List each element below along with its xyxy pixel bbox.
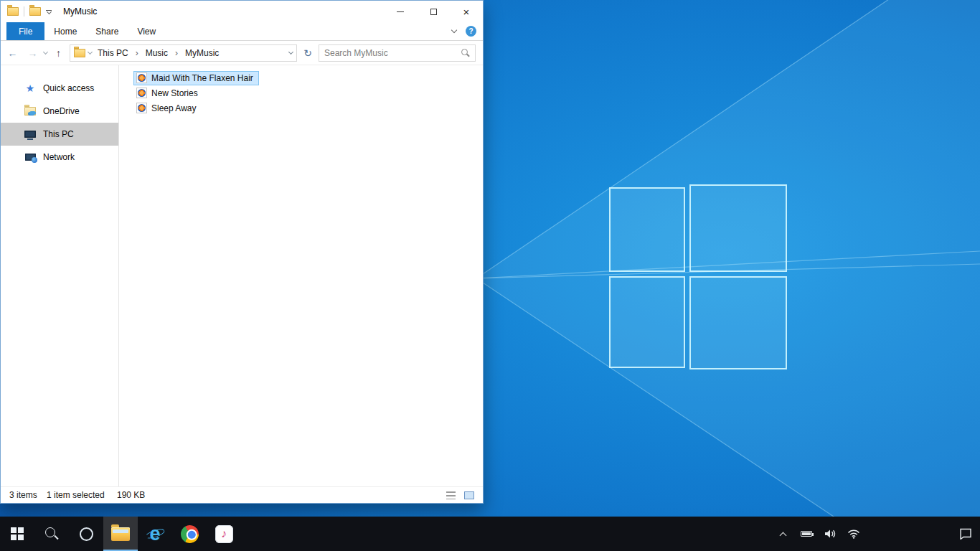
taskbar: e ♪ bbox=[0, 517, 980, 551]
star-icon: ★ bbox=[26, 83, 35, 93]
action-center-button[interactable] bbox=[951, 517, 980, 551]
sidebar-item-this-pc[interactable]: This PC bbox=[1, 123, 118, 146]
breadcrumb-mymusic[interactable]: MyMusic bbox=[182, 47, 222, 59]
battery-status-button[interactable] bbox=[797, 517, 816, 551]
chevron-up-icon bbox=[779, 532, 786, 539]
maximize-icon bbox=[430, 9, 437, 15]
breadcrumb-this-pc[interactable]: This PC bbox=[95, 47, 131, 59]
file-explorer-icon bbox=[111, 527, 130, 541]
status-bar: 3 items 1 item selected 190 KB bbox=[1, 486, 483, 503]
itunes-icon: ♪ bbox=[215, 525, 233, 543]
search-input[interactable] bbox=[324, 48, 461, 58]
navigation-pane: ★ Quick access OneDrive This PC Network bbox=[1, 65, 119, 486]
taskbar-itunes-button[interactable]: ♪ bbox=[207, 517, 241, 551]
file-item-new-stories[interactable]: New Stories bbox=[133, 86, 204, 100]
system-tray bbox=[773, 517, 980, 551]
file-item-sleep-away[interactable]: Sleep Away bbox=[133, 101, 202, 116]
minimize-button[interactable] bbox=[384, 1, 417, 22]
window-title: MyMusic bbox=[63, 6, 97, 17]
sidebar-item-label: This PC bbox=[43, 129, 74, 139]
back-button[interactable]: ← bbox=[4, 44, 22, 62]
wifi-icon bbox=[847, 529, 860, 539]
details-view-button[interactable] bbox=[444, 489, 457, 501]
taskbar-chrome-button[interactable] bbox=[172, 517, 207, 551]
tab-view[interactable]: View bbox=[128, 22, 165, 40]
selection-size: 190 KB bbox=[117, 490, 145, 500]
location-folder-icon bbox=[74, 49, 85, 57]
onedrive-icon bbox=[24, 107, 36, 116]
cortana-button[interactable] bbox=[69, 517, 103, 551]
desktop: MyMusic × File Home Share View ? ← → ↑ bbox=[0, 0, 980, 551]
tab-home[interactable]: Home bbox=[44, 22, 86, 40]
windows-logo bbox=[610, 185, 786, 369]
network-button[interactable] bbox=[844, 517, 863, 551]
file-item-maid-with-the-flaxen-hair[interactable]: Maid With The Flaxen Hair bbox=[133, 71, 259, 85]
help-button[interactable]: ? bbox=[466, 26, 476, 37]
taskbar-file-explorer-button[interactable] bbox=[103, 517, 138, 551]
item-count: 3 items bbox=[9, 490, 47, 500]
address-bar: ← → ↑ This PC › Music › MyMusic ↻ bbox=[1, 41, 483, 65]
file-name: New Stories bbox=[151, 88, 198, 98]
sidebar-item-label: Network bbox=[43, 152, 75, 162]
address-chevron-icon bbox=[88, 49, 93, 54]
search-box bbox=[319, 44, 476, 62]
qat-customize-button[interactable] bbox=[46, 9, 52, 14]
sidebar-item-label: OneDrive bbox=[43, 106, 80, 116]
internet-explorer-icon: e bbox=[145, 524, 165, 544]
toolbar-separator bbox=[24, 6, 24, 17]
network-icon bbox=[25, 154, 36, 161]
address-dropdown-chevron-icon[interactable] bbox=[288, 49, 293, 54]
close-icon: × bbox=[463, 6, 470, 17]
sidebar-item-onedrive[interactable]: OneDrive bbox=[1, 100, 118, 123]
media-file-icon bbox=[136, 103, 147, 113]
music-note-icon: ♪ bbox=[221, 528, 227, 540]
search-icon[interactable] bbox=[461, 48, 470, 57]
large-icons-view-button[interactable] bbox=[463, 489, 476, 501]
address-box[interactable]: This PC › Music › MyMusic bbox=[70, 44, 297, 62]
show-hidden-icons-button[interactable] bbox=[773, 517, 792, 551]
breadcrumb-music[interactable]: Music bbox=[143, 47, 171, 59]
sidebar-item-quick-access[interactable]: ★ Quick access bbox=[1, 77, 118, 100]
file-name: Sleep Away bbox=[151, 103, 197, 113]
tab-file[interactable]: File bbox=[6, 22, 44, 40]
taskbar-search-button[interactable] bbox=[34, 517, 69, 551]
file-list: Maid With The Flaxen Hair New Stories Sl… bbox=[119, 65, 483, 486]
refresh-button[interactable]: ↻ bbox=[299, 44, 316, 62]
sidebar-item-network[interactable]: Network bbox=[1, 146, 118, 169]
system-menu-folder-icon[interactable] bbox=[7, 7, 19, 16]
ribbon-expand-chevron-icon[interactable] bbox=[451, 27, 457, 33]
start-button[interactable] bbox=[0, 517, 34, 551]
maximize-button[interactable] bbox=[417, 1, 450, 22]
volume-button[interactable] bbox=[821, 517, 839, 551]
computer-icon bbox=[24, 131, 36, 138]
quick-access-toolbar bbox=[7, 6, 52, 17]
forward-button[interactable]: → bbox=[24, 44, 42, 62]
window-controls: × bbox=[384, 1, 483, 22]
qat-folder-icon[interactable] bbox=[29, 7, 41, 16]
search-icon bbox=[44, 527, 59, 541]
breadcrumb-separator: › bbox=[174, 48, 179, 58]
breadcrumb-separator: › bbox=[134, 48, 140, 58]
selection-status: 1 item selected bbox=[47, 490, 117, 500]
chrome-icon bbox=[177, 522, 202, 546]
action-center-icon bbox=[959, 528, 972, 540]
ribbon-tabs: File Home Share View ? bbox=[1, 22, 483, 41]
large-icons-view-icon bbox=[464, 491, 474, 499]
explorer-body: ★ Quick access OneDrive This PC Network bbox=[1, 65, 483, 486]
tab-share[interactable]: Share bbox=[86, 22, 128, 40]
sidebar-item-label: Quick access bbox=[43, 83, 94, 93]
media-file-icon bbox=[136, 88, 147, 98]
recent-locations-chevron-icon[interactable] bbox=[43, 49, 48, 54]
close-button[interactable]: × bbox=[450, 1, 483, 22]
minimize-icon bbox=[397, 11, 404, 12]
taskbar-internet-explorer-button[interactable]: e bbox=[138, 517, 172, 551]
up-button[interactable]: ↑ bbox=[50, 44, 67, 62]
cortana-icon bbox=[80, 527, 93, 541]
battery-icon bbox=[801, 531, 812, 537]
file-name: Maid With The Flaxen Hair bbox=[151, 73, 253, 83]
speaker-icon bbox=[824, 529, 837, 539]
titlebar[interactable]: MyMusic × bbox=[1, 1, 483, 22]
details-view-icon bbox=[446, 491, 456, 499]
chevron-down-icon bbox=[46, 9, 51, 14]
media-file-icon bbox=[136, 72, 147, 83]
